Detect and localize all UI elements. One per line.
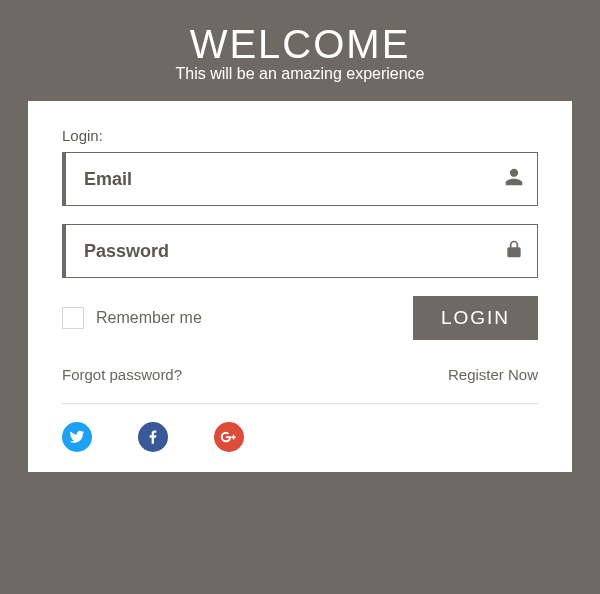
remember-label: Remember me (96, 309, 202, 327)
options-row: Remember me LOGIN (62, 296, 538, 340)
forgot-password-link[interactable]: Forgot password? (62, 366, 182, 383)
twitter-icon[interactable] (62, 422, 92, 452)
welcome-subtitle: This will be an amazing experience (175, 65, 424, 83)
login-button[interactable]: LOGIN (413, 296, 538, 340)
remember-me[interactable]: Remember me (62, 307, 202, 329)
facebook-icon[interactable] (138, 422, 168, 452)
header: WELCOME This will be an amazing experien… (175, 0, 424, 101)
lock-icon (504, 239, 524, 263)
links-row: Forgot password? Register Now (62, 366, 538, 404)
email-input-wrap (62, 152, 538, 206)
login-label: Login: (62, 127, 538, 144)
google-plus-icon[interactable] (214, 422, 244, 452)
welcome-title: WELCOME (175, 22, 424, 67)
remember-checkbox[interactable] (62, 307, 84, 329)
user-icon (504, 167, 524, 191)
password-field[interactable] (62, 224, 538, 278)
social-row (62, 422, 538, 452)
register-link[interactable]: Register Now (448, 366, 538, 383)
password-input-wrap (62, 224, 538, 278)
login-card: Login: Remember me LOGIN Forgot password… (28, 101, 572, 472)
email-field[interactable] (62, 152, 538, 206)
